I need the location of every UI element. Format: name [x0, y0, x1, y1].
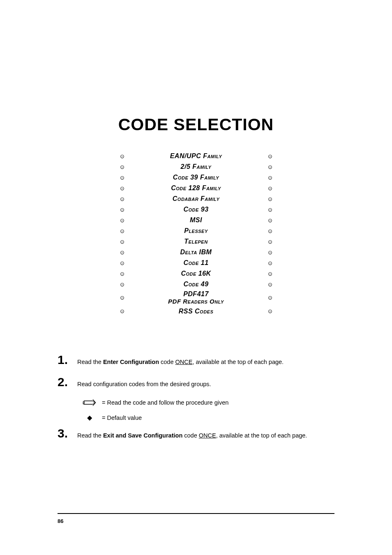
toc-label: MSI: [126, 216, 266, 224]
toc-row: ⊙PDF417PDF Readers Only⊙: [118, 290, 274, 306]
page-number: 86: [58, 518, 63, 524]
step-2: 2. Read configuration codes from the des…: [58, 376, 334, 388]
step-3: 3. Read the Exit and Save Configuration …: [58, 427, 334, 440]
bullet-icon: ⊙: [118, 196, 126, 202]
toc-label: 2/5 Family: [126, 163, 266, 170]
text: Read the: [77, 359, 103, 365]
bullet-icon: ⊙: [118, 217, 126, 223]
bullet-icon: ⊙: [266, 164, 274, 170]
toc-label: Codabar Family: [126, 195, 266, 203]
text: code: [182, 432, 199, 439]
step-number: 1.: [58, 354, 77, 366]
bullet-icon: ⊙: [266, 260, 274, 266]
bullet-icon: ⊙: [118, 164, 126, 170]
legend-row-diamond: ◆ = Default value: [77, 414, 334, 421]
instructions: 1. Read the Enter Configuration code ONC…: [58, 354, 334, 440]
toc-row: ⊙Delta IBM⊙: [118, 247, 274, 258]
toc-row: ⊙RSS Codes⊙: [118, 306, 274, 317]
toc-row: ⊙Code 11⊙: [118, 258, 274, 268]
step-text: Read the Enter Configuration code ONCE, …: [77, 354, 334, 366]
legend-row-hand: = Read the code and follow the procedure…: [77, 398, 334, 407]
toc-label: Plessey: [126, 227, 266, 235]
toc-label: Code 16K: [126, 270, 266, 277]
page-container: CODE SELECTION ⊙EAN/UPC Family⊙⊙2/5 Fami…: [0, 0, 392, 555]
toc-label: Code 128 Family: [126, 184, 266, 192]
toc-label: Code 93: [126, 206, 266, 213]
toc-row: ⊙Codabar Family⊙: [118, 193, 274, 204]
footer-rule: [58, 513, 334, 514]
toc-label: Code 49: [126, 281, 266, 288]
bullet-icon: ⊙: [266, 185, 274, 191]
bullet-icon: ⊙: [118, 185, 126, 191]
page-title: CODE SELECTION: [58, 115, 334, 134]
toc-label: EAN/UPC Family: [126, 152, 266, 160]
bullet-icon: ⊙: [266, 239, 274, 245]
text: , available at the top of each page.: [216, 432, 307, 439]
bullet-icon: ⊙: [266, 249, 274, 256]
step-number: 3.: [58, 427, 77, 440]
toc-row: ⊙EAN/UPC Family⊙: [118, 151, 274, 161]
bullet-icon: ⊙: [266, 228, 274, 234]
bullet-icon: ⊙: [118, 271, 126, 277]
bullet-icon: ⊙: [118, 175, 126, 181]
toc-label: Code 39 Family: [126, 174, 266, 181]
toc-row: ⊙Code 128 Family⊙: [118, 183, 274, 193]
bullet-icon: ⊙: [118, 281, 126, 288]
bullet-icon: ⊙: [266, 295, 274, 301]
text-underline: ONCE: [199, 432, 216, 439]
bullet-icon: ⊙: [266, 217, 274, 223]
toc-row: ⊙Code 93⊙: [118, 204, 274, 215]
toc-sublabel: PDF Readers Only: [126, 298, 266, 305]
bullet-icon: ⊙: [266, 207, 274, 213]
diamond-icon: ◆: [77, 414, 102, 421]
step-number: 2.: [58, 376, 77, 388]
toc-row: ⊙Code 16K⊙: [118, 268, 274, 279]
bullet-icon: ⊙: [266, 271, 274, 277]
step-text: Read configuration codes from the desire…: [77, 376, 334, 388]
bullet-icon: ⊙: [118, 249, 126, 256]
toc-label: Telepen: [126, 238, 266, 245]
toc-row: ⊙MSI⊙: [118, 215, 274, 226]
bullet-icon: ⊙: [118, 260, 126, 266]
text: , available at the top of each page.: [192, 359, 284, 365]
bullet-icon: ⊙: [118, 239, 126, 245]
text-bold: Enter Configuration: [103, 359, 159, 365]
legend-text: = Default value: [102, 415, 142, 421]
toc-label: Code 11: [126, 259, 266, 267]
bullet-icon: ⊙: [266, 308, 274, 314]
bullet-icon: ⊙: [118, 295, 126, 301]
bullet-icon: ⊙: [118, 308, 126, 314]
toc-label: RSS Codes: [126, 308, 266, 315]
bullet-icon: ⊙: [266, 281, 274, 288]
step-1: 1. Read the Enter Configuration code ONC…: [58, 354, 334, 366]
legend-text: = Read the code and follow the procedure…: [102, 399, 228, 406]
text: Read the: [77, 432, 103, 439]
bullet-icon: ⊙: [118, 228, 126, 234]
text: code: [159, 359, 175, 365]
toc-row: ⊙Plessey⊙: [118, 226, 274, 236]
toc-label: Delta IBM: [126, 249, 266, 256]
bullet-icon: ⊙: [118, 207, 126, 213]
bullet-icon: ⊙: [118, 153, 126, 159]
toc-row: ⊙Code 49⊙: [118, 279, 274, 290]
toc-label: PDF417PDF Readers Only: [126, 290, 266, 305]
step-text: Read the Exit and Save Configuration cod…: [77, 427, 334, 440]
toc-row: ⊙2/5 Family⊙: [118, 161, 274, 172]
toc-row: ⊙Code 39 Family⊙: [118, 172, 274, 183]
toc-list: ⊙EAN/UPC Family⊙⊙2/5 Family⊙⊙Code 39 Fam…: [118, 151, 274, 317]
bullet-icon: ⊙: [266, 175, 274, 181]
text-bold: Exit and Save Configuration: [103, 432, 182, 439]
pointing-hand-icon: [77, 398, 102, 407]
toc-row: ⊙Telepen⊙: [118, 236, 274, 247]
bullet-icon: ⊙: [266, 153, 274, 159]
text-underline: ONCE: [175, 359, 193, 365]
bullet-icon: ⊙: [266, 196, 274, 202]
